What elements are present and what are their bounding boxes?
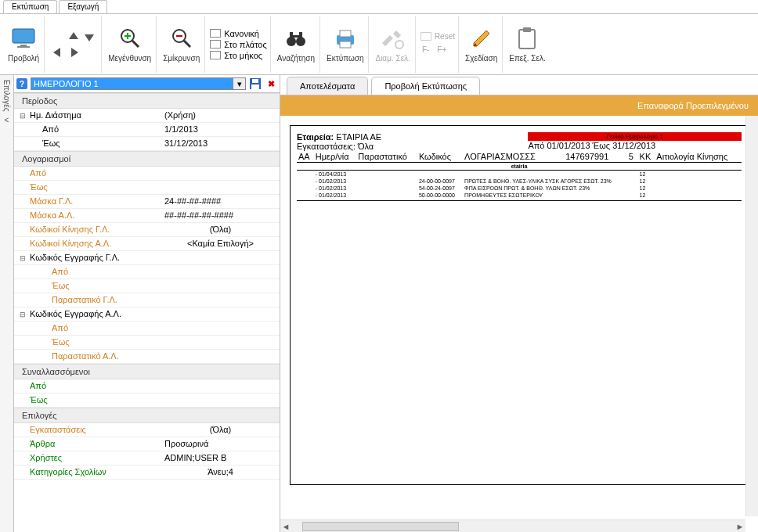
svg-line-8 [184,41,190,47]
nav-arrows[interactable] [46,16,102,73]
arrow-down-icon[interactable] [82,30,96,44]
reset-default-button[interactable]: Επαναφορά Προεπιλεγμένου [280,95,758,116]
report-title: Γενικό Ημερολόγιο 1 [528,132,742,141]
svg-point-18 [395,41,403,49]
pencil-icon [469,26,494,51]
chevron-down-icon[interactable]: ▾ [233,78,245,89]
svg-rect-23 [251,84,259,89]
design-button[interactable]: Σχεδίαση [460,16,503,73]
section-accounts: Λογαριασμοί [14,151,280,167]
arrow-right-icon[interactable] [67,45,81,59]
report-row: - 01/02/201350-00-00-0000ΠΡΟΜΗΘΕΥΤΕΣ ΕΣΩ… [297,192,742,199]
help-icon[interactable]: ? [16,78,27,89]
zoom-out-button[interactable]: Σμίκρυνση [158,16,205,73]
section-period: Περίοδος [14,93,280,109]
search-button[interactable]: Αναζήτηση [273,16,320,73]
print-button[interactable]: Εκτύπωση [322,16,369,73]
report-name-combo[interactable]: ▾ [31,77,246,90]
svg-rect-12 [290,32,293,40]
tab-export[interactable]: Εξαγωγή [59,0,107,13]
fit-width[interactable]: Στο πλάτος [210,40,267,49]
fit-length[interactable]: Στο μήκος [210,51,262,60]
edit-page-button[interactable]: Επεξ. Σελ. [504,16,550,73]
font-plus[interactable]: F+ [437,45,446,54]
toolbar: Προβολή Μεγένθυνση Σμίκρυνση Κανονική Στ… [0,14,758,75]
scrollbar-vertical[interactable] [745,116,758,516]
print-preview: Εταιρεία: ΕΤΑΙΡΙΑ ΑΕ Εγκαταστάσεις: Όλα … [280,116,758,532]
section-options: Επιλογές [14,408,280,423]
svg-rect-17 [340,41,351,48]
zoom-in-button[interactable]: Μεγένθυνση [103,16,157,73]
clipboard-icon [514,26,540,51]
svg-rect-2 [17,46,30,48]
svg-rect-16 [340,31,351,37]
zoom-out-icon [169,26,194,51]
collapse-icon[interactable]: < [5,116,9,124]
svg-rect-20 [523,27,531,32]
tab-print[interactable]: Εκτύπωση [3,0,57,13]
report-row: - 01/04/201312 [297,171,742,178]
svg-rect-13 [299,32,302,40]
svg-rect-1 [20,45,27,46]
expander[interactable]: ⊟ [17,309,28,319]
monitor-icon [11,26,36,51]
fit-normal[interactable]: Κανονική [210,29,259,38]
svg-rect-14 [293,35,299,38]
tab-print-preview[interactable]: Προβολή Εκτύπωσης [371,77,480,95]
page-setup-button[interactable]: Διαμ. Σελ. [370,16,415,73]
report-row: - 01/02/201324-00-00-0097ΠΡΩΤΕΣ & ΒΟΗΘ. … [297,178,742,185]
tools-icon [381,26,406,51]
arrow-up-icon[interactable] [67,30,81,44]
scrollbar-horizontal[interactable]: ◄► [280,519,745,532]
svg-rect-19 [519,30,535,49]
arrow-left-icon[interactable] [51,45,65,59]
zoom-in-icon [117,26,143,51]
report-row: - 01/02/201354-00-24-0097ΦΠΑ ΕΙΣΡΟΩΝ ΠΡΩ… [297,185,742,192]
section-parties: Συναλλασσόμενοι [14,364,280,379]
tab-results[interactable]: Αποτελέσματα [287,77,368,95]
reset-button[interactable]: Reset [421,32,455,41]
svg-line-4 [132,41,139,47]
save-icon[interactable] [249,77,262,90]
svg-rect-22 [252,79,258,83]
sidebar-options-tab[interactable]: Επιλογές < [0,75,14,532]
printer-icon [333,26,358,51]
font-minus[interactable]: F- [422,45,429,54]
binoculars-icon [283,26,309,51]
report-name-input[interactable] [31,78,233,89]
svg-rect-0 [13,29,34,43]
delete-icon[interactable]: ✖ [265,77,277,90]
expander[interactable]: ⊟ [17,110,28,120]
expander[interactable]: ⊟ [17,253,28,263]
preview-button[interactable]: Προβολή [3,16,45,73]
